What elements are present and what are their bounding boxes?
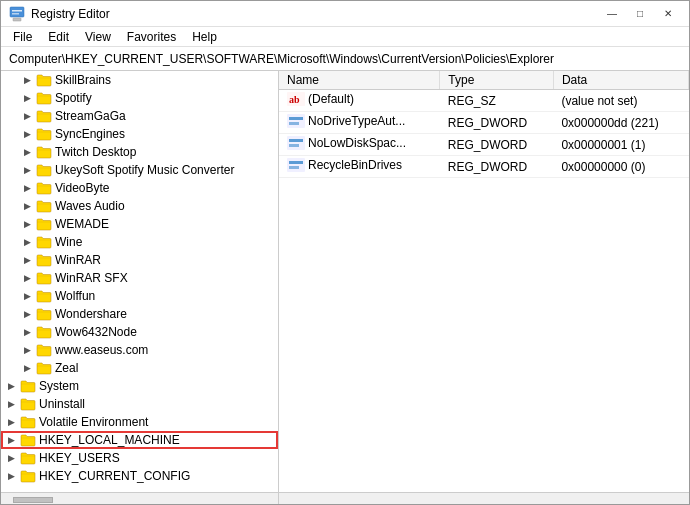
expand-arrow-volatile[interactable] bbox=[5, 416, 17, 428]
menu-item-file[interactable]: File bbox=[5, 28, 40, 46]
cell-name: ab (Default) bbox=[279, 90, 440, 112]
cell-data: 0x00000000 (0) bbox=[553, 156, 688, 178]
folder-icon-ukeysoft bbox=[36, 163, 52, 177]
expand-arrow-hklm[interactable] bbox=[5, 434, 17, 446]
expand-arrow-wondershare[interactable] bbox=[21, 308, 33, 320]
folder-icon-uninstall bbox=[20, 397, 36, 411]
tree-item-wolffun[interactable]: Wolffun bbox=[1, 287, 278, 305]
expand-arrow-hkcc[interactable] bbox=[5, 470, 17, 482]
expand-arrow-streamgaga[interactable] bbox=[21, 110, 33, 122]
folder-icon-wemade bbox=[36, 217, 52, 231]
registry-table: Name Type Data ab (Default) REG_SZ(value… bbox=[279, 71, 689, 178]
tree-label-hkcc: HKEY_CURRENT_CONFIG bbox=[39, 469, 190, 483]
tree-item-twitch[interactable]: Twitch Desktop bbox=[1, 143, 278, 161]
svg-rect-1 bbox=[12, 10, 22, 12]
menu-item-help[interactable]: Help bbox=[184, 28, 225, 46]
tree-pane[interactable]: SkillBrains Spotify StreamGaGa SyncEngin… bbox=[1, 71, 279, 492]
right-hscroll[interactable] bbox=[279, 493, 689, 504]
svg-rect-7 bbox=[289, 117, 303, 120]
expand-arrow-twitch[interactable] bbox=[21, 146, 33, 158]
tree-item-wow6432node[interactable]: Wow6432Node bbox=[1, 323, 278, 341]
col-data: Data bbox=[553, 71, 688, 90]
svg-rect-10 bbox=[289, 139, 303, 142]
expand-arrow-zeal[interactable] bbox=[21, 362, 33, 374]
cell-type: REG_SZ bbox=[440, 90, 554, 112]
cell-name: NoLowDiskSpac... bbox=[279, 134, 440, 156]
tree-label-hklm: HKEY_LOCAL_MACHINE bbox=[39, 433, 180, 447]
close-button[interactable]: ✕ bbox=[655, 4, 681, 24]
tree-item-hklm[interactable]: HKEY_LOCAL_MACHINE bbox=[1, 431, 278, 449]
expand-arrow-ukeysoft[interactable] bbox=[21, 164, 33, 176]
address-path: Computer\HKEY_CURRENT_USER\SOFTWARE\Micr… bbox=[5, 52, 554, 66]
folder-icon-twitch bbox=[36, 145, 52, 159]
tree-item-videobyte[interactable]: VideoByte bbox=[1, 179, 278, 197]
expand-arrow-wemade[interactable] bbox=[21, 218, 33, 230]
folder-icon-system bbox=[20, 379, 36, 393]
tree-item-wondershare[interactable]: Wondershare bbox=[1, 305, 278, 323]
cell-data: (value not set) bbox=[553, 90, 688, 112]
table-row[interactable]: NoDriveTypeAut... REG_DWORD0x000000dd (2… bbox=[279, 112, 689, 134]
expand-arrow-easeus[interactable] bbox=[21, 344, 33, 356]
tree-label-wemade: WEMADE bbox=[55, 217, 109, 231]
app-icon bbox=[9, 6, 25, 22]
tree-label-skillbrains: SkillBrains bbox=[55, 73, 111, 87]
expand-arrow-syncengines[interactable] bbox=[21, 128, 33, 140]
cell-data: 0x000000dd (221) bbox=[553, 112, 688, 134]
tree-item-ukeysoft[interactable]: UkeySoft Spotify Music Converter bbox=[1, 161, 278, 179]
tree-label-winrarsfx: WinRAR SFX bbox=[55, 271, 128, 285]
expand-arrow-spotify[interactable] bbox=[21, 92, 33, 104]
tree-item-uninstall[interactable]: Uninstall bbox=[1, 395, 278, 413]
minimize-button[interactable]: — bbox=[599, 4, 625, 24]
svg-rect-8 bbox=[289, 122, 299, 125]
tree-label-wine: Wine bbox=[55, 235, 82, 249]
cell-name: NoDriveTypeAut... bbox=[279, 112, 440, 134]
expand-arrow-wine[interactable] bbox=[21, 236, 33, 248]
menu-item-view[interactable]: View bbox=[77, 28, 119, 46]
expand-arrow-system[interactable] bbox=[5, 380, 17, 392]
expand-arrow-uninstall[interactable] bbox=[5, 398, 17, 410]
tree-item-streamgaga[interactable]: StreamGaGa bbox=[1, 107, 278, 125]
menu-item-edit[interactable]: Edit bbox=[40, 28, 77, 46]
expand-arrow-wolffun[interactable] bbox=[21, 290, 33, 302]
tree-item-hkusers[interactable]: HKEY_USERS bbox=[1, 449, 278, 467]
table-row[interactable]: ab (Default) REG_SZ(value not set) bbox=[279, 90, 689, 112]
tree-item-wine[interactable]: Wine bbox=[1, 233, 278, 251]
tree-item-winrar[interactable]: WinRAR bbox=[1, 251, 278, 269]
expand-arrow-skillbrains[interactable] bbox=[21, 74, 33, 86]
tree-label-volatile: Volatile Environment bbox=[39, 415, 148, 429]
table-row[interactable]: NoLowDiskSpac... REG_DWORD0x00000001 (1) bbox=[279, 134, 689, 156]
maximize-button[interactable]: □ bbox=[627, 4, 653, 24]
tree-hscroll[interactable] bbox=[1, 493, 279, 504]
title-bar: Registry Editor — □ ✕ bbox=[1, 1, 689, 27]
tree-item-hkcc[interactable]: HKEY_CURRENT_CONFIG bbox=[1, 467, 278, 485]
folder-icon-wow6432node bbox=[36, 325, 52, 339]
folder-icon-hkcc bbox=[20, 469, 36, 483]
expand-arrow-hkusers[interactable] bbox=[5, 452, 17, 464]
tree-item-skillbrains[interactable]: SkillBrains bbox=[1, 71, 278, 89]
bottom-scrollbar bbox=[1, 492, 689, 504]
folder-icon-zeal bbox=[36, 361, 52, 375]
tree-label-ukeysoft: UkeySoft Spotify Music Converter bbox=[55, 163, 234, 177]
tree-item-easeus[interactable]: www.easeus.com bbox=[1, 341, 278, 359]
expand-arrow-videobyte[interactable] bbox=[21, 182, 33, 194]
svg-rect-2 bbox=[12, 13, 19, 15]
tree-item-winrarsfx[interactable]: WinRAR SFX bbox=[1, 269, 278, 287]
expand-arrow-winrarsfx[interactable] bbox=[21, 272, 33, 284]
tree-item-zeal[interactable]: Zeal bbox=[1, 359, 278, 377]
window-title: Registry Editor bbox=[31, 7, 599, 21]
tree-item-waves[interactable]: Waves Audio bbox=[1, 197, 278, 215]
menu-item-favorites[interactable]: Favorites bbox=[119, 28, 184, 46]
tree-item-spotify[interactable]: Spotify bbox=[1, 89, 278, 107]
tree-item-system[interactable]: System bbox=[1, 377, 278, 395]
table-row[interactable]: RecycleBinDrives REG_DWORD0x00000000 (0) bbox=[279, 156, 689, 178]
tree-item-wemade[interactable]: WEMADE bbox=[1, 215, 278, 233]
right-pane[interactable]: Name Type Data ab (Default) REG_SZ(value… bbox=[279, 71, 689, 492]
tree-item-syncengines[interactable]: SyncEngines bbox=[1, 125, 278, 143]
cell-type: REG_DWORD bbox=[440, 156, 554, 178]
expand-arrow-winrar[interactable] bbox=[21, 254, 33, 266]
expand-arrow-wow6432node[interactable] bbox=[21, 326, 33, 338]
tree-label-system: System bbox=[39, 379, 79, 393]
expand-arrow-waves[interactable] bbox=[21, 200, 33, 212]
tree-item-volatile[interactable]: Volatile Environment bbox=[1, 413, 278, 431]
folder-icon-wondershare bbox=[36, 307, 52, 321]
